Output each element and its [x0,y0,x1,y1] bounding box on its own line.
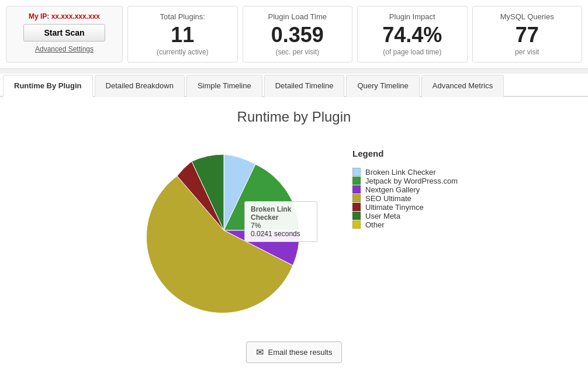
legend-color-swatch [352,168,361,176]
stat-sub-3: per visit [515,48,539,56]
email-label: Email these results [268,348,333,357]
stat-value-0: 11 [171,23,194,47]
legend-item-label: User Meta [365,212,400,220]
stat-value-1: 0.359 [271,23,324,47]
legend-item-label: Ultimate Tinymce [365,203,424,212]
legend-color-swatch [352,185,361,194]
stat-load-time: Plugin Load Time 0.359 (sec. per visit) [243,6,353,63]
tab-detailed-breakdown[interactable]: Detailed Breakdown [95,75,185,97]
pie-chart: Broken Link Checker 7% 0.0241 seconds [130,137,317,324]
stat-value-3: 77 [516,23,539,47]
legend-color-swatch [352,220,361,229]
tab-query-timeline[interactable]: Query Timeline [346,75,419,97]
email-icon: ✉ [256,347,264,358]
tab-bar: Runtime By Plugin Detailed Breakdown Sim… [0,74,588,97]
scan-panel: My IP: xx.xxx.xxx.xxx Start Scan Advance… [6,6,123,63]
legend-color-swatch [352,177,361,185]
stat-mysql: MySQL Queries 77 per visit [472,6,583,63]
stat-sub-0: (currently active) [157,48,209,56]
legend-item: SEO Ultimate [352,194,458,203]
chart-area: Broken Link Checker 7% 0.0241 seconds Le… [12,137,576,324]
tab-simple-timeline[interactable]: Simple Timeline [186,75,262,97]
stat-label-0: Total Plugins: [160,12,205,21]
legend-item: Nextgen Gallery [352,185,458,194]
legend-item-label: SEO Ultimate [365,194,411,203]
stat-total-plugins: Total Plugins: 11 (currently active) [127,6,238,63]
legend-item-label: Jetpack by WordPress.com [365,177,458,185]
legend-item: Other [352,220,458,229]
stat-label-1: Plugin Load Time [268,12,327,21]
pie-svg [130,137,317,324]
stat-sub-2: (of page load time) [383,48,441,56]
advanced-settings-link[interactable]: Advanced Settings [35,45,94,53]
tab-advanced-metrics[interactable]: Advanced Metrics [421,75,504,97]
email-results-button[interactable]: ✉ Email these results [246,341,343,363]
legend-item: Broken Link Checker [352,168,458,177]
start-scan-button[interactable]: Start Scan [23,24,105,42]
legend-title: Legend [352,148,458,158]
legend-item-label: Other [365,220,385,229]
stat-label-3: MySQL Queries [500,12,554,21]
legend-color-swatch [352,194,361,202]
stat-impact: Plugin Impact 74.4% (of page load time) [357,6,468,63]
legend-color-swatch [352,203,361,211]
stat-value-2: 74.4% [382,23,442,47]
tab-runtime-by-plugin[interactable]: Runtime By Plugin [3,75,93,97]
main-content: Runtime by Plugin Bro [0,97,588,373]
stat-sub-1: (sec. per visit) [275,48,319,56]
ip-label: My IP: xx.xxx.xxx.xxx [29,12,100,20]
legend-item-label: Nextgen Gallery [365,185,420,194]
legend-item: Jetpack by WordPress.com [352,177,458,185]
email-section: ✉ Email these results [12,341,576,363]
legend-color-swatch [352,212,361,220]
tab-detailed-timeline[interactable]: Detailed Timeline [264,75,345,97]
legend-item: User Meta [352,212,458,220]
chart-title: Runtime by Plugin [12,109,576,125]
chart-legend: Legend Broken Link Checker Jetpack by Wo… [352,148,458,229]
stat-label-2: Plugin Impact [389,12,435,21]
legend-item-label: Broken Link Checker [365,168,436,177]
legend-item: Ultimate Tinymce [352,203,458,212]
header: My IP: xx.xxx.xxx.xxx Start Scan Advance… [0,0,588,69]
